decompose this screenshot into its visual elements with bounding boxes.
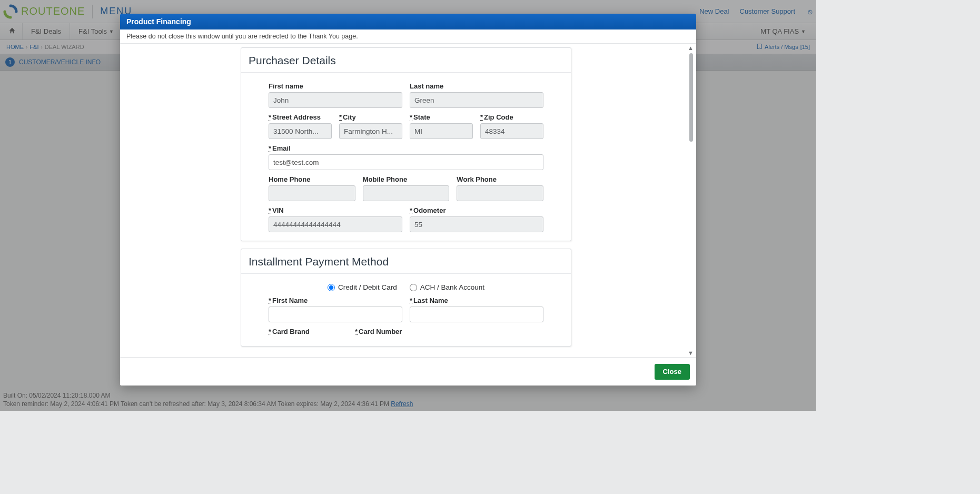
crumb-fi[interactable]: F&I	[29, 44, 38, 50]
book-icon	[756, 43, 763, 51]
first-name-label: First name	[269, 82, 402, 90]
card-number-label: *Card Number	[355, 328, 543, 335]
radio-ach-label: ACH / Bank Account	[420, 283, 484, 291]
state-label: *State	[410, 113, 473, 121]
crumb-current: DEAL WIZARD	[45, 44, 84, 50]
modal-title: Product Financing	[120, 14, 696, 29]
nav-fi-deals[interactable]: F&I Deals	[23, 23, 70, 39]
modal-scroll-area[interactable]: Purchaser Details First name Last name	[126, 44, 686, 357]
scroll-thumb[interactable]	[689, 53, 693, 142]
nav-account-label: MT QA FIAS	[760, 27, 799, 35]
home-phone-field	[269, 185, 355, 201]
pay-first-name-label: *First Name	[269, 297, 402, 304]
pay-last-name-label: *Last Name	[410, 297, 543, 304]
footer: Built On: 05/02/2024 11:20:18.000 AM Tok…	[3, 391, 413, 408]
nav-fi-tools[interactable]: F&I Tools▼	[70, 23, 123, 39]
nav-fi-deals-label: F&I Deals	[31, 27, 61, 35]
zip-field	[480, 123, 543, 139]
email-field[interactable]	[269, 154, 543, 170]
last-name-field	[410, 92, 543, 108]
crumb-home[interactable]: HOME	[6, 44, 24, 50]
state-field	[410, 123, 473, 139]
modal-footer: Close	[120, 357, 696, 386]
chevron-down-icon: ▼	[801, 29, 806, 34]
payment-method-radio-group: Credit / Debit Card ACH / Bank Account	[269, 283, 543, 291]
zip-label: *Zip Code	[480, 113, 543, 121]
radio-credit-card-input[interactable]	[328, 284, 335, 291]
radio-ach[interactable]: ACH / Bank Account	[410, 283, 484, 291]
work-phone-field	[457, 185, 543, 201]
nav-account[interactable]: MT QA FIAS▼	[752, 27, 814, 35]
logo-icon	[3, 4, 18, 19]
vin-label: *VIN	[269, 206, 402, 214]
product-financing-modal: Product Financing Please do not close th…	[120, 14, 696, 386]
brand-divider	[92, 5, 93, 18]
alerts-count: [15]	[800, 44, 810, 50]
purchaser-details-card: Purchaser Details First name Last name	[241, 47, 571, 241]
work-phone-label: Work Phone	[457, 175, 543, 183]
brand-logo: ROUTEONE	[3, 4, 85, 19]
home-phone-label: Home Phone	[269, 175, 355, 183]
modal-subtitle: Please do not close this window until yo…	[120, 29, 696, 43]
street-label: *Street Address	[269, 113, 332, 121]
alerts-label: Alerts / Msgs	[765, 44, 798, 50]
nav-home[interactable]	[2, 23, 23, 39]
payment-method-card: Installment Payment Method Credit / Debi…	[241, 249, 571, 347]
logout-icon[interactable]: ⎋	[808, 7, 812, 16]
step-badge: 1	[5, 57, 15, 67]
scroll-down-icon[interactable]: ▼	[688, 350, 694, 356]
chevron-down-icon: ▼	[109, 29, 114, 34]
crumb-sep: ›	[41, 44, 42, 50]
close-button[interactable]: Close	[655, 364, 690, 380]
crumb-sep: ›	[26, 44, 27, 50]
nav-fi-tools-label: F&I Tools	[78, 27, 107, 35]
scrollbar[interactable]: ▲ ▼	[687, 46, 694, 355]
radio-ach-input[interactable]	[410, 284, 417, 291]
odometer-field	[410, 216, 543, 232]
alerts-link[interactable]: Alerts / Msgs [15]	[756, 43, 810, 51]
footer-token-text: Token reminder: May 2, 2024 4:06:41 PM T…	[3, 400, 391, 408]
brand-name: ROUTEONE	[21, 5, 85, 17]
step-label[interactable]: CUSTOMER/VEHICLE INFO	[19, 58, 101, 66]
email-label: *Email	[269, 144, 543, 152]
refresh-link[interactable]: Refresh	[391, 400, 413, 408]
new-deal-link[interactable]: New Deal	[699, 7, 729, 15]
pay-first-name-field[interactable]	[269, 307, 402, 322]
city-label: *City	[339, 113, 402, 121]
vin-field	[269, 216, 402, 232]
purchaser-title: Purchaser Details	[241, 48, 571, 73]
street-field	[269, 123, 332, 139]
footer-token-row: Token reminder: May 2, 2024 4:06:41 PM T…	[3, 400, 413, 408]
mobile-phone-field	[363, 185, 450, 201]
mobile-phone-label: Mobile Phone	[363, 175, 450, 183]
city-field	[339, 123, 402, 139]
pay-last-name-field[interactable]	[410, 307, 543, 322]
radio-credit-card-label: Credit / Debit Card	[338, 283, 397, 291]
card-brand-label: *Card Brand	[269, 328, 348, 335]
first-name-field	[269, 92, 402, 108]
home-icon	[8, 27, 16, 36]
odometer-label: *Odometer	[410, 206, 543, 214]
modal-body: Purchaser Details First name Last name	[120, 43, 696, 357]
scroll-up-icon[interactable]: ▲	[688, 45, 694, 51]
customer-support-link[interactable]: Customer Support	[740, 7, 796, 15]
radio-credit-card[interactable]: Credit / Debit Card	[328, 283, 397, 291]
footer-built: Built On: 05/02/2024 11:20:18.000 AM	[3, 392, 413, 399]
payment-title: Installment Payment Method	[241, 249, 571, 274]
last-name-label: Last name	[410, 82, 543, 90]
